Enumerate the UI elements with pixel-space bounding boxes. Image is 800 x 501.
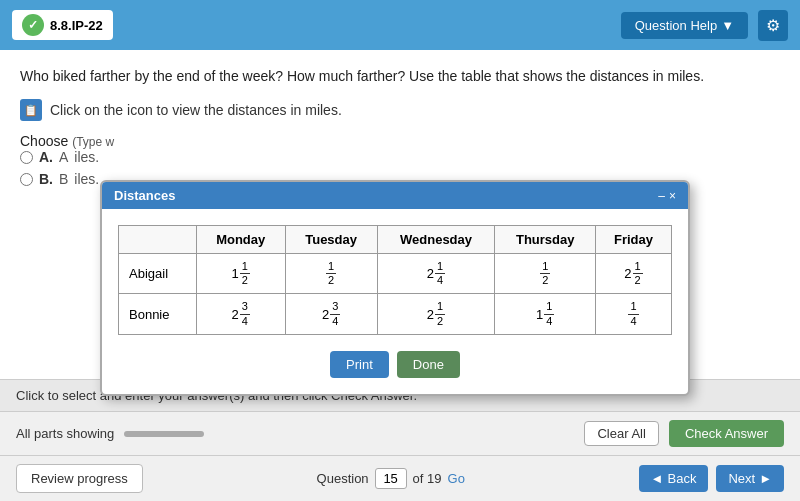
choose-label: Choose — [20, 133, 68, 149]
option-a-text: A — [59, 149, 68, 165]
option-a-label: A. — [39, 149, 53, 165]
top-bar-left: ✓ 8.8.IP-22 — [12, 10, 113, 40]
bottom-controls: All parts showing Clear All Check Answer… — [0, 411, 800, 501]
th-friday: Friday — [596, 226, 672, 254]
modal-close-button[interactable]: – × — [658, 189, 676, 203]
abigail-wednesday: 2 1 4 — [377, 254, 495, 294]
next-label: Next — [728, 471, 755, 486]
back-arrow-icon: ◄ — [651, 471, 664, 486]
close-x-icon: × — [669, 189, 676, 203]
modal-header: Distances – × — [102, 182, 688, 209]
back-label: Back — [667, 471, 696, 486]
option-b-label: B. — [39, 171, 53, 187]
parts-row: All parts showing Clear All Check Answer — [0, 412, 800, 456]
question-nav: Question of 19 Go — [317, 468, 465, 489]
table-icon[interactable]: 📋 — [20, 99, 42, 121]
done-button[interactable]: Done — [397, 351, 460, 378]
parts-label: All parts showing — [16, 426, 114, 441]
th-tuesday: Tuesday — [285, 226, 377, 254]
option-b-radio[interactable] — [20, 173, 33, 186]
modal-actions: Print Done — [118, 351, 672, 378]
top-bar-right: Question Help ▼ ⚙ — [621, 10, 788, 41]
bonnie-row: Bonnie 2 3 4 2 — [119, 294, 672, 334]
option-a-row: A. A iles. — [20, 149, 780, 165]
back-button[interactable]: ◄ Back — [639, 465, 709, 492]
problem-id: ✓ 8.8.IP-22 — [12, 10, 113, 40]
abigail-row: Abigail 1 1 2 — [119, 254, 672, 294]
option-b-suffix: iles. — [74, 171, 99, 187]
check-answer-button[interactable]: Check Answer — [669, 420, 784, 447]
abigail-friday: 2 1 2 — [596, 254, 672, 294]
progress-bar — [124, 431, 204, 437]
top-bar: ✓ 8.8.IP-22 Question Help ▼ ⚙ — [0, 0, 800, 50]
option-a-suffix: iles. — [74, 149, 99, 165]
go-button[interactable]: Go — [448, 471, 465, 486]
icon-link-text: Click on the icon to view the distances … — [50, 102, 342, 118]
next-button[interactable]: Next ► — [716, 465, 784, 492]
question-label: Question — [317, 471, 369, 486]
main-content: Who biked farther by the end of the week… — [0, 50, 800, 390]
question-text: Who biked farther by the end of the week… — [20, 66, 780, 87]
distances-modal: Distances – × Monday Tuesday Wednesday T… — [100, 180, 690, 396]
th-wednesday: Wednesday — [377, 226, 495, 254]
type-hint: (Type w — [72, 135, 114, 149]
bonnie-name: Bonnie — [119, 294, 197, 334]
next-arrow-icon: ► — [759, 471, 772, 486]
th-monday: Monday — [196, 226, 285, 254]
bonnie-tuesday: 2 3 4 — [285, 294, 377, 334]
nav-row: Review progress Question of 19 Go ◄ Back… — [0, 456, 800, 501]
option-a-radio[interactable] — [20, 151, 33, 164]
question-help-label: Question Help — [635, 18, 717, 33]
table-header-row: Monday Tuesday Wednesday Thursday Friday — [119, 226, 672, 254]
bonnie-monday: 2 3 4 — [196, 294, 285, 334]
gear-button[interactable]: ⚙ — [758, 10, 788, 41]
parts-left: All parts showing — [16, 426, 204, 441]
bonnie-wednesday: 2 1 2 — [377, 294, 495, 334]
gear-icon: ⚙ — [766, 17, 780, 34]
check-icon: ✓ — [22, 14, 44, 36]
question-help-button[interactable]: Question Help ▼ — [621, 12, 748, 39]
modal-body: Monday Tuesday Wednesday Thursday Friday… — [102, 209, 688, 394]
icon-link-row: 📋 Click on the icon to view the distance… — [20, 99, 780, 121]
bonnie-friday: 1 4 — [596, 294, 672, 334]
clear-all-button[interactable]: Clear All — [584, 421, 658, 446]
minus-icon: – — [658, 189, 665, 203]
distances-table: Monday Tuesday Wednesday Thursday Friday… — [118, 225, 672, 335]
abigail-monday: 1 1 2 — [196, 254, 285, 294]
abigail-name: Abigail — [119, 254, 197, 294]
abigail-tuesday: 1 2 — [285, 254, 377, 294]
review-progress-button[interactable]: Review progress — [16, 464, 143, 493]
modal-title: Distances — [114, 188, 175, 203]
abigail-thursday: 1 2 — [495, 254, 596, 294]
th-thursday: Thursday — [495, 226, 596, 254]
of-label: of 19 — [413, 471, 442, 486]
choose-row: Choose (Type w — [20, 133, 780, 149]
problem-id-text: 8.8.IP-22 — [50, 18, 103, 33]
dropdown-arrow-icon: ▼ — [721, 18, 734, 33]
bonnie-thursday: 1 1 4 — [495, 294, 596, 334]
question-number-input[interactable] — [375, 468, 407, 489]
print-button[interactable]: Print — [330, 351, 389, 378]
option-b-text: B — [59, 171, 68, 187]
th-name — [119, 226, 197, 254]
